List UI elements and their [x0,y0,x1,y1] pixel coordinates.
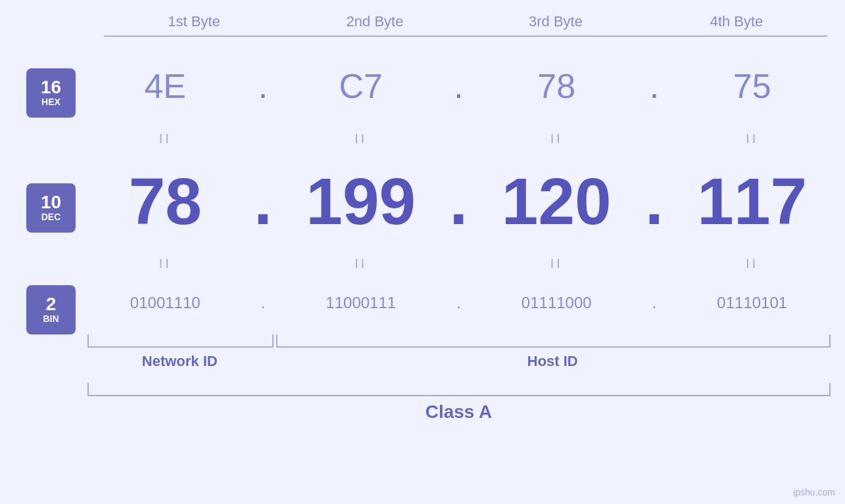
hex-byte-4: 75 [674,66,831,106]
eq-6: II [283,256,439,271]
eq-3: II [479,131,635,147]
main-container: 1st Byte 2nd Byte 3rd Byte 4th Byte 16 H… [0,0,845,504]
network-id-label: Network ID [87,353,273,370]
bin-row: 01001110 . 11000111 . 01111000 . 0111010… [87,277,831,329]
bin-byte-3: 01111000 [479,294,635,312]
equals-row-1: II II II II [87,126,831,152]
eq-5: II [87,256,244,271]
hex-badge: 16 HEX [26,68,76,118]
id-labels: Network ID Host ID [87,353,831,370]
bin-byte-1: 01001110 [87,294,244,312]
hex-row: 4E . C7 . 78 . 75 [87,47,831,126]
eq-2: II [283,131,439,147]
dec-byte-1: 78 [87,164,244,239]
bin-dot-3: . [635,294,674,312]
bin-byte-2: 11000111 [283,294,439,312]
id-brackets [87,334,831,348]
network-bracket [87,334,274,348]
eq-1: II [87,131,244,147]
bin-dot-2: . [439,294,479,312]
dec-row: 78 . 199 . 120 . 117 [87,152,831,250]
bin-badge: 2 BIN [26,285,76,334]
byte-header-3: 3rd Byte [466,13,646,37]
hex-dot-1: . [243,66,283,106]
hex-byte-2: C7 [283,66,439,106]
eq-7: II [479,256,635,271]
bin-dot-1: . [243,294,283,312]
byte-header-2: 2nd Byte [285,13,466,37]
byte-header-4: 4th Byte [646,13,827,37]
byte-header-1: 1st Byte [104,13,285,37]
class-label: Class A [87,401,831,423]
dec-badge: 10 DEC [26,183,76,233]
hex-dot-2: . [439,66,479,106]
dec-byte-4: 117 [674,164,831,239]
eq-4: II [674,131,831,147]
hex-byte-1: 4E [87,66,244,106]
dec-byte-2: 199 [283,164,439,239]
watermark: ipshu.com [793,487,835,497]
dec-byte-3: 120 [479,164,635,239]
equals-row-2: II II II II [87,250,831,277]
dec-dot-2: . [439,164,479,239]
host-bracket [276,334,831,348]
eq-8: II [674,256,831,271]
hex-dot-3: . [635,66,674,106]
hex-byte-3: 78 [479,66,635,106]
host-id-label: Host ID [275,353,831,370]
dec-dot-3: . [635,164,674,239]
class-bracket [87,383,831,396]
bin-byte-4: 01110101 [674,294,831,312]
dec-dot-1: . [243,164,283,239]
